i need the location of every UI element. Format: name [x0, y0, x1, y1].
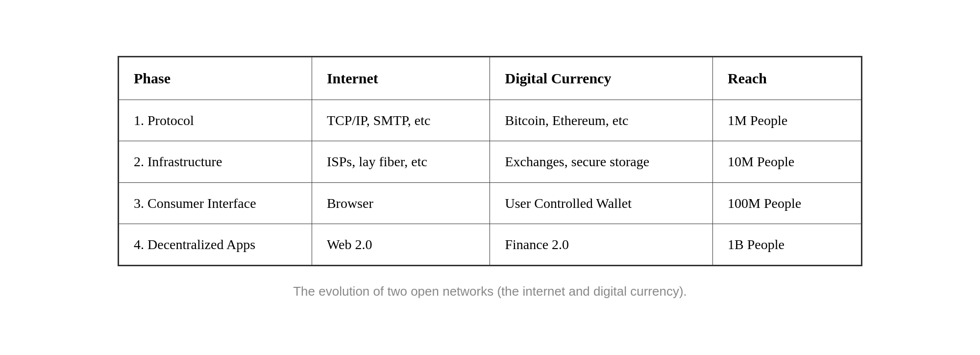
table-row: 4. Decentralized AppsWeb 2.0Finance 2.01…: [119, 224, 861, 265]
header-digital-currency: Digital Currency: [490, 57, 713, 100]
table-row: 3. Consumer InterfaceBrowserUser Control…: [119, 182, 861, 224]
header-internet: Internet: [312, 57, 490, 100]
header-phase: Phase: [119, 57, 312, 100]
cell-internet-2: Browser: [312, 182, 490, 224]
table-caption: The evolution of two open networks (the …: [293, 284, 687, 299]
cell-digital_currency-0: Bitcoin, Ethereum, etc: [490, 100, 713, 141]
table-row: 1. ProtocolTCP/IP, SMTP, etcBitcoin, Eth…: [119, 100, 861, 141]
cell-phase-3: 4. Decentralized Apps: [119, 224, 312, 265]
cell-reach-3: 1B People: [712, 224, 861, 265]
header-reach: Reach: [712, 57, 861, 100]
table-row: 2. InfrastructureISPs, lay fiber, etcExc…: [119, 141, 861, 182]
cell-internet-0: TCP/IP, SMTP, etc: [312, 100, 490, 141]
header-row: Phase Internet Digital Currency Reach: [119, 57, 861, 100]
cell-reach-2: 100M People: [712, 182, 861, 224]
cell-phase-2: 3. Consumer Interface: [119, 182, 312, 224]
cell-reach-0: 1M People: [712, 100, 861, 141]
cell-internet-1: ISPs, lay fiber, etc: [312, 141, 490, 182]
cell-reach-1: 10M People: [712, 141, 861, 182]
cell-digital_currency-3: Finance 2.0: [490, 224, 713, 265]
page-container: Phase Internet Digital Currency Reach 1.…: [0, 36, 980, 319]
cell-digital_currency-2: User Controlled Wallet: [490, 182, 713, 224]
cell-digital_currency-1: Exchanges, secure storage: [490, 141, 713, 182]
cell-internet-3: Web 2.0: [312, 224, 490, 265]
cell-phase-0: 1. Protocol: [119, 100, 312, 141]
cell-phase-1: 2. Infrastructure: [119, 141, 312, 182]
table-wrapper: Phase Internet Digital Currency Reach 1.…: [118, 56, 862, 266]
comparison-table: Phase Internet Digital Currency Reach 1.…: [119, 57, 861, 265]
